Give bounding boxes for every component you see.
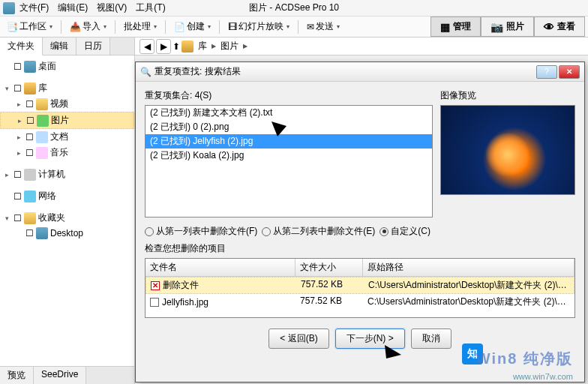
radio-delete-first[interactable]: 从第一列表中删除文件(F) — [145, 225, 257, 238]
tree-network[interactable]: ☐网络 — [0, 188, 134, 204]
next-button[interactable]: 下一步(N) > — [335, 328, 405, 349]
mode-photo[interactable]: 📷 照片 — [481, 16, 534, 37]
radio-delete-second[interactable]: 从第二列表中删除文件(E) — [262, 225, 375, 238]
tab-folders[interactable]: 文件夹 — [0, 38, 43, 56]
left-tabs: 文件夹 编辑 日历 — [0, 38, 134, 56]
table-row[interactable]: Jellyfish.jpg 757.52 KB C:\Users\Adminis… — [146, 294, 574, 310]
col-filesize[interactable]: 文件大小 — [296, 259, 363, 276]
checkbox-icon[interactable] — [150, 298, 159, 307]
watermark-url: www.win7w.com — [513, 372, 573, 381]
tab-preview[interactable]: 预览 — [0, 367, 34, 384]
tree-computer[interactable]: ▸☐计算机 — [0, 166, 134, 182]
tree-documents[interactable]: ▸☐文档 — [0, 129, 134, 145]
app-icon — [3, 2, 15, 14]
workspace-button[interactable]: 📑 工作区 — [3, 18, 56, 35]
nav-back-icon[interactable]: ◀ — [140, 39, 154, 54]
tree-desktop[interactable]: ☐桌面 — [0, 58, 134, 74]
duplicate-finder-dialog: 🔍 重复项查找: 搜索结果 ? ✕ 重复项集合: 4(S) (2 已找到) 新建… — [135, 62, 585, 382]
search-icon: 🔍 — [140, 67, 152, 77]
col-filename[interactable]: 文件名 — [146, 259, 296, 276]
menu-edit[interactable]: 编辑(E) — [53, 0, 92, 16]
close-button[interactable]: ✕ — [559, 65, 580, 79]
set-count-label: 重复项集合: 4(S) — [145, 89, 433, 102]
list-item[interactable]: (2 已找到) Koala (2).jpg — [146, 148, 432, 163]
nav-up-icon[interactable]: ⬆ — [172, 41, 180, 52]
watermark-text: Win8 纯净版 — [476, 349, 573, 369]
help-button[interactable]: ? — [536, 65, 557, 79]
duplicate-list[interactable]: (2 已找到) 新建文本文档 (2).txt (2 已找到) 0 (2).png… — [145, 105, 433, 218]
preview-label: 图像预览 — [440, 89, 575, 102]
mode-view[interactable]: 👁 查看 — [534, 16, 585, 37]
tree-library[interactable]: ▾☐库 — [0, 80, 134, 96]
list-item-selected[interactable]: (2 已找到) Jellyfish (2).jpg — [146, 134, 432, 148]
nav-fwd-icon[interactable]: ▶ — [156, 39, 171, 54]
tree-video[interactable]: ▸☐视频 — [0, 96, 134, 112]
image-preview — [440, 105, 575, 195]
breadcrumb: ◀ ▶ ⬆ 库 ▶ 图片 ▶ — [135, 38, 588, 56]
send-button[interactable]: ✉ 发送 — [303, 18, 344, 35]
list-item[interactable]: (2 已找到) 新建文本文档 (2).txt — [146, 106, 432, 120]
import-button[interactable]: 📥 导入 — [66, 18, 110, 35]
folder-tree[interactable]: ☐桌面 ▾☐库 ▸☐视频 ▸☐图片 ▸☐文档 ▸☐音乐 ▸☐计算机 ☐网络 ▾☐… — [0, 56, 134, 366]
crumb-pictures[interactable]: 图片 — [218, 38, 242, 54]
delete-table[interactable]: 文件名 文件大小 原始路径 ✕删除文件 757.52 KB C:\Users\A… — [145, 258, 575, 318]
tree-music[interactable]: ▸☐音乐 — [0, 145, 134, 160]
radio-custom[interactable]: 自定义(C) — [380, 225, 430, 238]
back-button[interactable]: < 返回(B) — [268, 328, 328, 349]
batch-button[interactable]: 批处理 — [120, 18, 160, 35]
col-path[interactable]: 原始路径 — [363, 259, 574, 276]
menu-tool[interactable]: 工具(T) — [131, 0, 170, 16]
tree-pictures[interactable]: ▸☐图片 — [0, 112, 134, 129]
lib-icon — [182, 40, 194, 52]
tree-favorites[interactable]: ▾☐收藏夹 — [0, 210, 134, 226]
folder-panel: 文件夹 编辑 日历 ☐桌面 ▾☐库 ▸☐视频 ▸☐图片 ▸☐文档 ▸☐音乐 ▸☐… — [0, 38, 135, 384]
main-toolbar: 📑 工作区 📥 导入 批处理 📄 创建 🎞 幻灯片放映 ✉ 发送 ▦ 管理 📷 … — [0, 16, 588, 38]
tab-edit[interactable]: 编辑 — [43, 38, 76, 55]
create-button[interactable]: 📄 创建 — [170, 18, 214, 35]
dialog-titlebar[interactable]: 🔍 重复项查找: 搜索结果 ? ✕ — [136, 62, 584, 82]
list-item[interactable]: (2 已找到) 0 (2).png — [146, 120, 432, 134]
table-row[interactable]: ✕删除文件 757.52 KB C:\Users\Administrator\D… — [146, 277, 574, 294]
menu-view[interactable]: 视图(V) — [92, 0, 131, 16]
crumb-library[interactable]: 库 — [195, 38, 210, 54]
menu-bar: 文件(F) 编辑(E) 视图(V) 工具(T) 图片 - ACDSee Pro … — [0, 0, 588, 16]
checkbox-delete-icon[interactable]: ✕ — [151, 281, 160, 290]
menu-file[interactable]: 文件(F) — [15, 0, 53, 16]
app-title: 图片 - ACDSee Pro 10 — [249, 2, 339, 14]
delete-options: 从第一列表中删除文件(F) 从第二列表中删除文件(E) 自定义(C) — [145, 225, 575, 238]
tree-fav-desktop[interactable]: ☐Desktop — [0, 226, 134, 241]
mode-manage[interactable]: ▦ 管理 — [430, 16, 481, 37]
slideshow-button[interactable]: 🎞 幻灯片放映 — [224, 18, 293, 35]
tab-seedrive[interactable]: SeeDrive — [34, 367, 86, 384]
tab-calendar[interactable]: 日历 — [76, 38, 110, 55]
chevron-icon: ▶ — [243, 43, 248, 50]
check-items-label: 检查您想删除的项目 — [145, 242, 575, 255]
dialog-title: 重复项查找: 搜索结果 — [154, 65, 241, 78]
chevron-icon: ▶ — [212, 43, 216, 50]
cancel-button[interactable]: 取消 — [411, 328, 452, 349]
